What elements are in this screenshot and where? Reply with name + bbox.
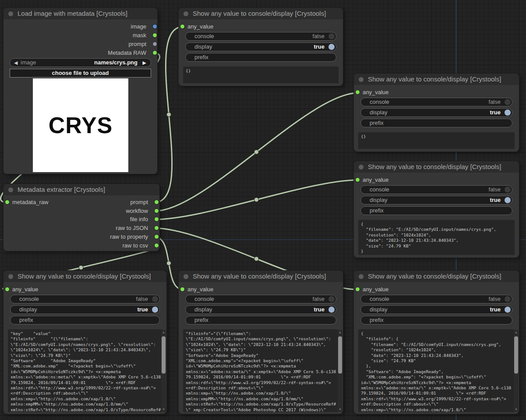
scroll-down-icon[interactable]: ▼ [514,407,519,412]
output-dot-mask[interactable] [153,33,157,37]
prefix-text-widget[interactable]: prefix [10,316,160,325]
scrollbar[interactable]: ▲▼ [338,330,342,412]
output-dot-image[interactable] [153,25,157,28]
scroll-down-icon[interactable]: ▼ [161,407,166,412]
scroll-down-icon[interactable]: ▼ [338,407,342,412]
input-slot-any-value[interactable]: any_value [354,176,388,184]
link-midpoint-dot[interactable] [254,257,259,261]
scroll-up-icon[interactable]: ▲ [161,330,166,335]
link-midpoint-dot[interactable] [254,150,259,154]
input-slot-any-value[interactable]: any_value [179,286,213,293]
toggle-on-icon[interactable] [505,109,511,116]
output-slot-raw-to-csv[interactable]: raw to csv [122,242,157,250]
input-dot-any-value[interactable] [180,25,184,28]
input-dot-any-value[interactable] [5,287,9,291]
output-slot-image[interactable]: image [131,23,155,31]
choose-file-button[interactable]: choose file to upload [10,69,151,78]
output-dot-metadata-raw[interactable] [153,51,157,55]
output-slot-workflow[interactable]: workflow [126,207,157,215]
console-toggle-widget[interactable]: consolefalse [360,98,512,106]
input-dot-metadata-raw[interactable] [5,200,9,204]
prefix-text-widget[interactable]: prefix [360,119,512,127]
scroll-up-icon[interactable]: ▲ [338,330,342,335]
link-midpoint-dot[interactable] [167,261,171,265]
toggle-on-icon[interactable] [328,44,335,50]
scroll-up-icon[interactable]: ▲ [514,330,519,335]
scrollbar-thumb[interactable] [338,336,342,374]
toggle-off-icon[interactable] [505,296,511,302]
output-slot-metadata-raw[interactable]: Metadata RAW [108,49,155,57]
toggle-on-icon[interactable] [505,307,511,313]
display-toggle-widget[interactable]: displaytrue [360,108,512,117]
input-slot-any-value[interactable]: any_value [354,88,388,96]
combo-next-arrow-icon[interactable]: ▶ [143,59,146,67]
node-status-icon [359,77,364,82]
node-status-icon [359,165,364,169]
prefix-text-widget[interactable]: prefix [360,316,512,325]
display-toggle-widget[interactable]: displaytrue [360,196,512,205]
node-title-bar[interactable]: Show any value to console/display [Cryst… [354,271,519,282]
console-toggle-widget[interactable]: consolefalse [185,295,336,304]
toggle-off-icon[interactable] [328,33,335,39]
scrollbar-thumb[interactable] [162,336,166,374]
console-toggle-widget[interactable]: consolefalse [360,185,512,194]
output-slot-prompt[interactable]: prompt [129,40,155,48]
link-midpoint-dot[interactable] [167,113,171,117]
display-toggle-widget[interactable]: displaytrue [185,42,336,51]
output-dot-file-info[interactable] [155,217,159,221]
output-slot-raw-to-json[interactable]: raw to JSON [116,224,157,232]
prefix-text-widget[interactable]: prefix [360,206,512,215]
console-toggle-widget[interactable]: consolefalse [185,32,336,41]
scrollbar-thumb[interactable] [514,336,518,374]
input-slot-metadata-raw[interactable]: metadata_raw [4,198,48,206]
prefix-text-widget[interactable]: prefix [185,53,336,62]
output-dot-raw-to-json[interactable] [155,226,159,230]
value-display-text: { "fileinfo": { "filename": "E:/AI/SD/co… [358,329,515,412]
node-title-bar[interactable]: Load image with metadata [Crystools] [4,8,157,19]
node-title-bar[interactable]: Metadata extractor [Crystools] [4,184,159,195]
console-toggle-widget[interactable]: consolefalse [10,295,160,304]
node-title-bar[interactable]: Show any value to console/display [Cryst… [354,74,519,85]
toggle-on-icon[interactable] [152,307,158,313]
toggle-on-icon[interactable] [505,197,511,203]
image-combo-widget[interactable]: ◀ image names/crys.png ▶ [10,58,151,67]
link-midpoint-dot[interactable] [79,265,83,270]
input-dot-any-value[interactable] [356,90,360,94]
node-title-bar[interactable]: Show any value to console/display [Cryst… [179,8,343,19]
input-slot-any-value[interactable]: any_value [354,286,388,293]
node-title-bar[interactable]: Show any value to console/display [Cryst… [354,161,519,173]
node-status-icon [8,187,13,192]
node-title-bar[interactable]: Show any value to console/display [Cryst… [179,271,343,282]
node-show-any-value: Show any value to console/display [Cryst… [354,271,519,414]
link-midpoint-dot[interactable] [254,198,259,202]
input-dot-any-value[interactable] [180,287,184,291]
scrollbar[interactable]: ▲▼ [514,330,519,412]
toggle-off-icon[interactable] [505,99,511,105]
output-dot-workflow[interactable] [155,209,159,213]
combo-prev-arrow-icon[interactable]: ◀ [14,59,18,67]
node-title-bar[interactable]: Show any value to console/display [Cryst… [4,271,166,282]
display-toggle-widget[interactable]: displaytrue [185,305,336,314]
output-dot-prompt[interactable] [155,200,159,204]
input-slot-any-value[interactable]: any_value [4,286,38,293]
toggle-on-icon[interactable] [328,307,335,313]
output-dot-prompt[interactable] [153,42,157,46]
display-toggle-widget[interactable]: displaytrue [360,305,512,314]
output-slot-raw-to-property[interactable]: raw to property [110,233,157,241]
input-slot-any-value[interactable]: any_value [179,23,213,31]
display-toggle-widget[interactable]: displaytrue [10,305,160,314]
toggle-off-icon[interactable] [505,187,511,193]
input-dot-any-value[interactable] [356,178,360,182]
toggle-off-icon[interactable] [152,296,158,302]
output-slot-mask[interactable]: mask [133,32,155,39]
scrollbar[interactable]: ▲▼ [161,330,166,412]
output-dot-raw-to-property[interactable] [155,235,159,239]
toggle-off-icon[interactable] [328,296,335,302]
node-show-any-value: Show any value to console/display [Cryst… [179,8,343,86]
prefix-text-widget[interactable]: prefix [185,316,336,325]
output-slot-file-info[interactable]: file info [130,215,157,223]
output-slot-prompt[interactable]: prompt [131,198,157,206]
output-dot-raw-to-csv[interactable] [155,244,159,247]
console-toggle-widget[interactable]: consolefalse [360,295,512,304]
input-dot-any-value[interactable] [356,287,360,291]
